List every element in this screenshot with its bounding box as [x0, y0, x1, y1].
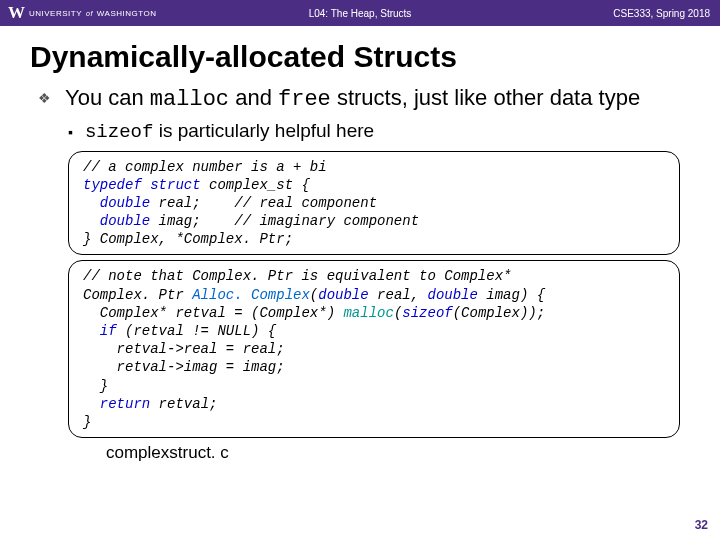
page-number: 32 [695, 518, 708, 532]
bullet-level2: ▪ sizeof is particularly helpful here [68, 120, 690, 143]
logo-university: UNIVERSITY [29, 9, 82, 18]
c2l2a: Complex. Ptr [83, 287, 192, 303]
code-wrapper: // a complex number is a + bi typedef st… [68, 151, 680, 439]
c2l2c: ( [310, 287, 318, 303]
slide-body: ❖ You can malloc and free structs, just … [0, 84, 720, 540]
code-box-1: // a complex number is a + bi typedef st… [68, 151, 680, 256]
c2l1: // note that Complex. Ptr is equivalent … [83, 268, 511, 284]
c2l3e: (Complex)); [453, 305, 545, 321]
c2l2f: double [427, 287, 477, 303]
diamond-bullet-icon: ❖ [38, 90, 51, 106]
c2l2d: double [318, 287, 368, 303]
c2l2g: imag) { [478, 287, 545, 303]
c1l3a: double [83, 195, 150, 211]
c2l5: retval->real = real; [83, 341, 285, 357]
course-info: CSE333, Spring 2018 [613, 8, 710, 19]
c1l3b: real; // real component [150, 195, 377, 211]
c1l4a: double [83, 213, 150, 229]
lecture-title: L04: The Heap, Structs [309, 8, 412, 19]
c1l4b: imag; // imaginary component [150, 213, 419, 229]
header-bar: W UNIVERSITY of WASHINGTON L04: The Heap… [0, 0, 720, 26]
bullet1-pre: You can [65, 85, 150, 110]
code-box-2: // note that Complex. Ptr is equivalent … [68, 260, 680, 438]
bullet2-text: sizeof is particularly helpful here [85, 120, 374, 143]
c2l3a: Complex* retval = (Complex*) [83, 305, 343, 321]
logo-of: of [86, 10, 93, 17]
filename-label: complexstruct. c [106, 443, 690, 463]
bullet1-malloc: malloc [150, 87, 229, 112]
c1l2a: typedef struct [83, 177, 201, 193]
c2l2e: real, [369, 287, 428, 303]
c2l9: } [83, 414, 91, 430]
c2l4b: (retval != NULL) { [117, 323, 277, 339]
c1l1: // a complex number is a + bi [83, 159, 327, 175]
c1l5: } Complex, *Complex. Ptr; [83, 231, 293, 247]
uw-logo: W UNIVERSITY of WASHINGTON [8, 3, 157, 23]
c2l4a: if [83, 323, 117, 339]
bullet1-free: free [278, 87, 331, 112]
c2l7: } [83, 378, 108, 394]
c2l8a: return [83, 396, 150, 412]
bullet1-mid: and [229, 85, 278, 110]
logo-washington: WASHINGTON [97, 9, 157, 18]
slide: W UNIVERSITY of WASHINGTON L04: The Heap… [0, 0, 720, 540]
c1l2b: complex_st { [201, 177, 310, 193]
bullet2-sizeof: sizeof [85, 121, 153, 143]
c2l3d: sizeof [402, 305, 452, 321]
c2l3b: malloc [343, 305, 393, 321]
slide-title: Dynamically-allocated Structs [30, 40, 720, 74]
bullet1-post: structs, just like other data type [331, 85, 640, 110]
c2l2b: Alloc. Complex [192, 287, 310, 303]
bullet1-text: You can malloc and free structs, just li… [65, 84, 640, 114]
c2l6: retval->imag = imag; [83, 359, 285, 375]
c2l8b: retval; [150, 396, 217, 412]
bullet-level1: ❖ You can malloc and free structs, just … [38, 84, 690, 114]
logo-w-icon: W [8, 3, 25, 23]
bullet2-post: is particularly helpful here [153, 120, 374, 141]
square-bullet-icon: ▪ [68, 124, 73, 140]
